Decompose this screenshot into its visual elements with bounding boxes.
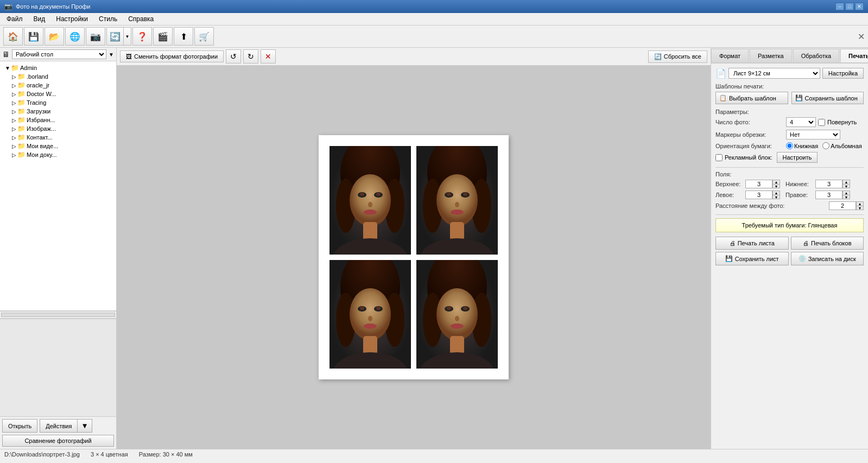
sheet-select[interactable]: Лист 9×12 см <box>728 68 820 79</box>
spacing-spin-down[interactable]: ▼ <box>856 206 864 210</box>
rotate-left-button[interactable]: ↺ <box>226 49 241 64</box>
toolbar-cart-button[interactable]: 🛒 <box>194 27 214 46</box>
orientation-row: Ориентация бумаги: Книжная Альбомная <box>715 142 864 149</box>
folder-arrow-icon[interactable]: ▼ <box>109 52 114 58</box>
spacing-spin-up[interactable]: ▲ <box>856 201 864 206</box>
menu-file[interactable]: Файл <box>2 14 27 24</box>
menu-style[interactable]: Стиль <box>94 14 122 24</box>
tree-label-tracing: Tracing <box>27 99 46 106</box>
change-format-button[interactable]: 🖼 Сменить формат фотографии <box>120 50 224 62</box>
menu-view[interactable]: Вид <box>29 14 50 24</box>
tree-item-oracle[interactable]: ▷ 📁 oracle_jr <box>0 81 116 90</box>
right-content: 📄 Лист 9×12 см Настройка Шаблоны печати:… <box>711 64 868 449</box>
fields-divider <box>715 214 864 215</box>
tree-item-tracing[interactable]: ▷ 📁 Tracing <box>0 98 116 107</box>
orient-album-radio[interactable]: Альбомная <box>822 142 862 149</box>
status-path: D:\Downloads\портрет-3.jpg <box>4 451 80 458</box>
tree-scrollbar[interactable] <box>0 311 116 319</box>
photo-count-label: Число фото: <box>715 119 786 125</box>
right-input[interactable] <box>815 191 842 199</box>
tree-item-videos[interactable]: ▷ 📁 Мои виде... <box>0 142 116 150</box>
minimize-button[interactable]: – <box>835 3 844 10</box>
delete-photo-button[interactable]: ✕ <box>261 49 276 64</box>
tab-process[interactable]: Обработка <box>793 49 839 62</box>
toolbar-help-button[interactable]: ❓ <box>132 27 152 46</box>
toolbar-refresh-button[interactable]: 🔄 <box>106 27 124 46</box>
svg-point-24 <box>451 210 464 215</box>
customize-button[interactable]: Настроить <box>777 152 818 163</box>
expand-icon: ▼ <box>4 65 11 71</box>
svg-point-49 <box>455 316 459 321</box>
menu-settings[interactable]: Настройки <box>52 14 92 24</box>
tab-format[interactable]: Формат <box>711 49 749 62</box>
lower-input[interactable] <box>815 180 842 188</box>
toolbar-camera-button[interactable]: 📷 <box>86 27 105 46</box>
svg-point-4 <box>350 174 391 226</box>
reset-all-button[interactable]: 🔄 Сбросить все <box>648 50 707 63</box>
change-format-icon: 🖼 <box>126 53 132 60</box>
folder-oracle-icon: 📁 <box>17 81 26 89</box>
lower-label: Нижнее: <box>785 181 815 187</box>
spacing-input[interactable] <box>829 201 856 210</box>
tree-item-borland[interactable]: ▷ 📁 .borland <box>0 72 116 81</box>
tab-print[interactable]: Печать <box>840 49 868 62</box>
photo-row-1 <box>330 146 498 255</box>
choose-template-button[interactable]: 📋 Выбрать шаблон <box>715 92 788 104</box>
sheet-settings-button[interactable]: Настройка <box>822 68 864 79</box>
upper-spin-up[interactable]: ▲ <box>772 180 780 184</box>
print-blocks-button[interactable]: 🖨 Печать блоков <box>791 237 864 250</box>
toolbar-web-button[interactable]: 🌐 <box>65 27 85 46</box>
tree-item-contacts[interactable]: ▷ 📁 Контакт... <box>0 133 116 142</box>
tree-item-images[interactable]: ▷ 📁 Изображ... <box>0 124 116 133</box>
svg-point-8 <box>360 193 364 196</box>
toolbar-refresh-dropdown[interactable]: ▼ <box>124 27 131 46</box>
actions-dropdown-button[interactable]: ▼ <box>78 419 92 433</box>
markers-row: Маркеры обрезки: Нет <box>715 130 864 139</box>
folder-favorites-icon: 📁 <box>17 116 26 124</box>
rotate-checkbox[interactable] <box>818 119 825 126</box>
upper-label: Верхнее: <box>715 181 745 187</box>
params-label: Параметры: <box>715 109 864 115</box>
orient-book-radio[interactable]: Книжная <box>786 142 818 149</box>
tree-item-admin[interactable]: ▼ 📁 Admin <box>0 64 116 72</box>
actions-button[interactable]: Действия <box>40 419 78 433</box>
lower-input-group: ▲ ▼ <box>815 180 850 188</box>
close-button[interactable]: ✕ <box>855 3 864 10</box>
toolbar-upload-button[interactable]: ⬆ <box>174 27 193 46</box>
left-input[interactable] <box>745 191 772 199</box>
toolbar-save-button[interactable]: 💾 <box>24 27 43 46</box>
toolbar-folder-button[interactable]: 📂 <box>45 27 64 46</box>
open-button[interactable]: Открыть <box>2 419 37 433</box>
file-tree: ▼ 📁 Admin ▷ 📁 .borland ▷ 📁 oracle_jr ▷ 📁 <box>0 61 116 311</box>
lower-spin-down[interactable]: ▼ <box>842 184 850 188</box>
menu-help[interactable]: Справка <box>124 14 158 24</box>
tree-item-downloads[interactable]: ▷ 📁 Загрузки <box>0 107 116 116</box>
save-sheet-button[interactable]: 💾 Сохранить лист <box>715 252 789 265</box>
photo-count-select[interactable]: 4 <box>786 117 816 127</box>
toolbar-video-button[interactable]: 🎬 <box>153 27 173 46</box>
left-spin-up[interactable]: ▲ <box>772 191 780 195</box>
adblock-checkbox[interactable] <box>715 154 723 161</box>
markers-select[interactable]: Нет <box>786 130 840 139</box>
maximize-button[interactable]: □ <box>845 3 854 10</box>
panel-close-icon[interactable]: ✕ <box>858 31 865 42</box>
toolbar-home-button[interactable]: 🏠 <box>3 27 23 46</box>
tree-item-doctor[interactable]: ▷ 📁 Doctor W... <box>0 90 116 98</box>
tab-layout[interactable]: Разметка <box>750 49 792 62</box>
lower-spin-up[interactable]: ▲ <box>842 180 850 184</box>
save-template-button[interactable]: 💾 Сохранить шаблон <box>791 92 864 104</box>
folder-dropdown[interactable]: Рабочий стол <box>12 49 106 59</box>
tree-item-favorites[interactable]: ▷ 📁 Избранн... <box>0 116 116 124</box>
tree-item-docs[interactable]: ▷ 📁 Мои доку... <box>0 150 116 159</box>
left-spin-down[interactable]: ▼ <box>772 195 780 199</box>
upper-input[interactable] <box>745 180 772 188</box>
svg-point-36 <box>368 316 372 321</box>
upper-spin-down[interactable]: ▼ <box>772 184 780 188</box>
rotate-right-button[interactable]: ↻ <box>243 49 258 64</box>
write-disk-button[interactable]: 💿 Записать на диск <box>791 252 864 265</box>
right-spin-up[interactable]: ▲ <box>842 191 850 195</box>
print-sheet-button[interactable]: 🖨 Печать листа <box>715 237 789 250</box>
compare-button[interactable]: Сравнение фотографий <box>2 435 114 447</box>
tree-label-admin: Admin <box>20 65 37 71</box>
right-spin-down[interactable]: ▼ <box>842 195 850 199</box>
